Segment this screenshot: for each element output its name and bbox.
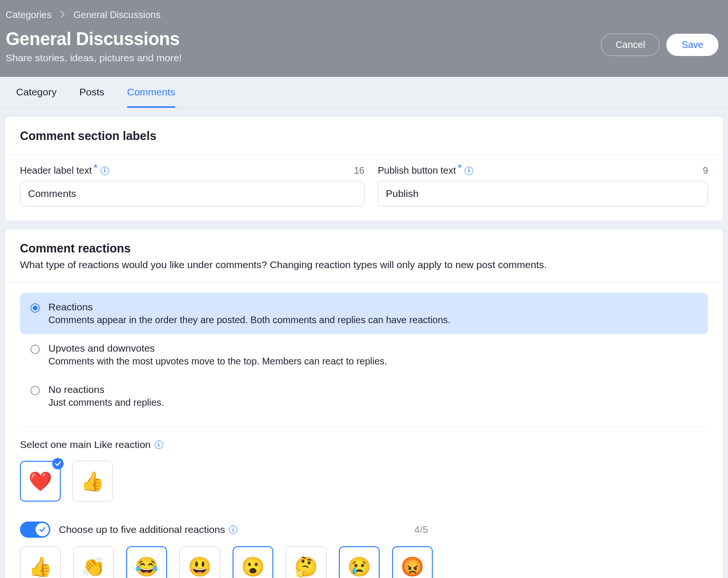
additional-reaction-option-angry[interactable]: 😡 bbox=[392, 546, 433, 578]
breadcrumb-current: General Discussions bbox=[74, 9, 160, 20]
additional-reaction-option-thinking[interactable]: 🤔 bbox=[286, 546, 327, 578]
radio-option-desc: Comments with the most upvotes move to t… bbox=[48, 356, 387, 367]
header-label-char-count: 16 bbox=[354, 165, 364, 176]
reaction-type-radio-group: ReactionsComments appear in the order th… bbox=[5, 282, 723, 420]
header-label-input[interactable] bbox=[20, 181, 364, 206]
reaction-type-option[interactable]: Upvotes and downvotesComments with the m… bbox=[20, 334, 708, 375]
radio-icon bbox=[30, 303, 40, 313]
reaction-type-option[interactable]: ReactionsComments appear in the order th… bbox=[20, 293, 708, 334]
additional-reactions-count: 4/5 bbox=[414, 524, 428, 535]
heart-icon: ❤️ bbox=[28, 470, 52, 493]
check-icon bbox=[52, 458, 64, 469]
thumbs-up-icon: 👍 bbox=[28, 556, 52, 578]
info-icon[interactable]: i bbox=[465, 167, 473, 175]
chevron-right-icon bbox=[60, 11, 65, 19]
breadcrumb: Categories General Discussions bbox=[6, 9, 722, 20]
laugh-icon: 😂 bbox=[135, 556, 159, 578]
cancel-button[interactable]: Cancel bbox=[601, 34, 660, 56]
main-like-label: Select one main Like reaction i bbox=[20, 439, 708, 450]
save-button[interactable]: Save bbox=[666, 34, 719, 56]
additional-reaction-option-smile[interactable]: 😃 bbox=[179, 546, 220, 578]
additional-reaction-option-clap[interactable]: 👏 bbox=[73, 546, 114, 578]
main-like-option-heart[interactable]: ❤️ bbox=[20, 461, 61, 502]
info-icon[interactable]: i bbox=[155, 440, 163, 449]
tab-posts[interactable]: Posts bbox=[79, 77, 104, 108]
wow-icon: 😮 bbox=[241, 556, 265, 578]
reaction-type-option[interactable]: No reactionsJust comments and replies. bbox=[20, 375, 708, 417]
additional-reactions-toggle[interactable] bbox=[20, 522, 50, 538]
radio-option-title: No reactions bbox=[48, 384, 164, 395]
reactions-subtitle: What type of reactions would you like un… bbox=[20, 259, 708, 270]
comment-reactions-panel: Comment reactions What type of reactions… bbox=[5, 229, 723, 578]
thumbs-up-icon: 👍 bbox=[81, 470, 104, 493]
tab-category[interactable]: Category bbox=[16, 77, 56, 108]
comment-section-labels-panel: Comment section labels Header label text… bbox=[5, 117, 723, 221]
additional-reactions-label: Choose up to five additional reactions i bbox=[59, 524, 237, 535]
additional-reaction-option-wow[interactable]: 😮 bbox=[233, 546, 273, 578]
publish-button-input[interactable] bbox=[378, 181, 708, 206]
page-title: General Discussions bbox=[6, 29, 182, 49]
reactions-title: Comment reactions bbox=[20, 242, 708, 255]
smile-icon: 😃 bbox=[188, 556, 212, 578]
main-like-option-thumbs-up[interactable]: 👍 bbox=[72, 461, 113, 502]
tabs: Category Posts Comments bbox=[0, 77, 728, 108]
thinking-icon: 🤔 bbox=[294, 556, 318, 578]
additional-reaction-option-sad[interactable]: 😢 bbox=[339, 546, 380, 578]
additional-reaction-option-thumbs-up[interactable]: 👍 bbox=[20, 546, 61, 578]
radio-icon bbox=[30, 345, 40, 354]
radio-option-title: Upvotes and downvotes bbox=[48, 343, 387, 354]
info-icon[interactable]: i bbox=[229, 525, 237, 534]
additional-reaction-option-laugh[interactable]: 😂 bbox=[126, 546, 167, 578]
publish-button-text-label: Publish button text * i bbox=[378, 165, 473, 176]
sad-icon: 😢 bbox=[347, 556, 371, 578]
breadcrumb-root[interactable]: Categories bbox=[6, 9, 52, 20]
clap-icon: 👏 bbox=[82, 556, 105, 578]
angry-icon: 😡 bbox=[401, 556, 424, 578]
info-icon[interactable]: i bbox=[101, 167, 109, 175]
radio-icon bbox=[30, 386, 40, 395]
tab-comments[interactable]: Comments bbox=[127, 77, 176, 108]
header-label-text-label: Header label text * i bbox=[20, 165, 109, 176]
radio-option-desc: Just comments and replies. bbox=[48, 397, 164, 408]
page-subtitle: Share stories, ideas, pictures and more! bbox=[6, 52, 182, 64]
radio-option-title: Reactions bbox=[48, 301, 450, 313]
page-header: Categories General Discussions General D… bbox=[0, 0, 728, 77]
publish-button-char-count: 9 bbox=[703, 165, 708, 176]
section-title: Comment section labels bbox=[20, 129, 708, 143]
radio-option-desc: Comments appear in the order they are po… bbox=[48, 315, 450, 326]
